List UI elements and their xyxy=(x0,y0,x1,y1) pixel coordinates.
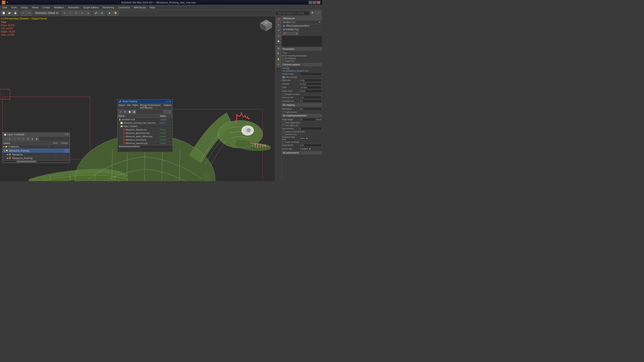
texture-chan-input[interactable] xyxy=(299,72,322,75)
at-scrollbar-thumb[interactable] xyxy=(119,146,140,147)
link-button[interactable]: 🔗 xyxy=(93,10,99,15)
scale-tool-button[interactable]: ⇲ xyxy=(276,33,281,38)
menu-help[interactable]: Help xyxy=(148,6,157,9)
lp-add-selected-btn[interactable]: +* xyxy=(17,137,21,141)
menu-views[interactable]: Views xyxy=(30,6,40,9)
menu-maxscript[interactable]: MAXScript xyxy=(132,6,148,9)
vector-disp-select[interactable]: Disabled xyxy=(299,147,312,150)
at-window-controls[interactable]: ─ □ ✕ xyxy=(166,100,171,103)
classic-catmull-row[interactable]: Classic Catmull-Clark xyxy=(282,130,322,133)
select-button[interactable]: ↖ xyxy=(62,10,67,15)
layer-scrollbar[interactable] xyxy=(4,161,69,162)
layer-panel-help[interactable]: ? xyxy=(65,133,66,136)
at-scrollbar[interactable] xyxy=(118,146,172,147)
pan-button[interactable]: ✋ xyxy=(276,57,281,61)
layer-row-allosaurus[interactable]: ▶ 📦 Allosaurus --- --- xyxy=(2,153,70,157)
open-button[interactable]: 📂 xyxy=(7,10,12,15)
orbit-button[interactable]: ⟳ xyxy=(276,62,281,67)
at-minimize[interactable]: ─ xyxy=(166,100,167,103)
mod-move-icon[interactable]: ↑ xyxy=(287,32,290,35)
menu-rendering[interactable]: Rendering xyxy=(101,6,116,9)
help-button[interactable]: ? xyxy=(316,10,321,15)
type-subdiv-option[interactable]: Subdivision xyxy=(282,60,322,62)
at-path-input[interactable] xyxy=(118,148,172,152)
smooth-uvs-row[interactable]: Smooth UVs xyxy=(282,133,322,136)
zoom-button[interactable]: 🔍 xyxy=(276,51,281,56)
view-dependent-row[interactable]: View-dependent xyxy=(282,121,322,124)
layer-panel-close[interactable]: ✕ xyxy=(66,133,68,136)
redo-button[interactable]: ↪ xyxy=(26,10,32,15)
at-menu-server[interactable]: Server xyxy=(118,104,125,109)
shift-input[interactable] xyxy=(299,86,322,89)
at-row-diffuse[interactable]: 🖼 allosaurus_green_diffuse.png Found xyxy=(118,135,172,138)
at-menu-bitmap[interactable]: Bitmap Performance and Memory xyxy=(140,104,162,109)
pin-button[interactable]: 📌 xyxy=(276,17,281,22)
at-row-gloss[interactable]: 🖼 allosaurus_glossiness.png Found xyxy=(118,131,172,135)
rotate-tool-button[interactable]: ↺ xyxy=(276,28,281,33)
undo-button[interactable]: ↩ xyxy=(20,10,26,15)
preserve-map-bnd-select[interactable]: None xyxy=(299,137,309,140)
lp-render-btn[interactable]: ▶ xyxy=(35,137,39,141)
lp-freeze-btn[interactable]: ❄ xyxy=(30,137,34,141)
tight-bounds-checkbox[interactable] xyxy=(282,111,285,113)
type-3d-option[interactable]: 3D mapping xyxy=(282,57,322,60)
lp-showhide-btn[interactable]: 👁 xyxy=(26,137,30,141)
menu-group[interactable]: Group xyxy=(19,6,30,9)
menu-create[interactable]: Create xyxy=(41,6,52,9)
filter-texmap-checkbox[interactable] xyxy=(282,76,285,78)
modifier-vray[interactable]: VRayDisplacementMod xyxy=(282,24,322,28)
mod-pin-icon[interactable]: 📌 xyxy=(282,32,286,35)
texmap-value[interactable]: ice (allosaurus_displace.exr) xyxy=(282,69,322,72)
window-controls[interactable]: ─ □ ✕ xyxy=(308,1,320,4)
lp-move-btn[interactable]: ↑ xyxy=(4,137,8,141)
modifier-dropdown-arrow[interactable]: ▼ xyxy=(318,21,321,23)
menu-customize[interactable]: Customize xyxy=(116,6,132,9)
at-list-btn[interactable]: ☰ xyxy=(123,110,127,114)
menu-edit[interactable]: Edit xyxy=(1,6,9,9)
search-input[interactable] xyxy=(276,11,310,15)
snap-button[interactable]: 🔲 xyxy=(276,39,281,44)
new-button[interactable]: 📄 xyxy=(1,10,6,15)
max-subdivs-input[interactable] xyxy=(299,127,322,130)
mod-delete-icon[interactable]: ✕ xyxy=(295,32,298,35)
minimize-button[interactable]: ─ xyxy=(308,1,312,4)
layer-scrollbar-thumb[interactable] xyxy=(17,161,36,162)
texmap-min-input[interactable] xyxy=(299,96,322,99)
save-button[interactable]: 💾 xyxy=(13,10,18,15)
modifier-editable-poly[interactable]: Editable Poly xyxy=(282,28,322,31)
select-region-button[interactable]: □ xyxy=(68,10,73,15)
menu-modifiers[interactable]: Modifiers xyxy=(52,6,66,9)
rotate-button[interactable]: ↺ xyxy=(80,10,85,15)
keep-continuity-checkbox[interactable] xyxy=(282,141,285,143)
at-row-max-file[interactable]: 📄 Allosaurus_Running_max_vray.max Netwo.… xyxy=(118,121,172,125)
layer-row-allosaurus-running-sub[interactable]: ▶ 📦 Allosaurus_Running --- --- xyxy=(2,157,70,160)
menu-animation[interactable]: Animation xyxy=(66,6,81,9)
filter-texmap-row[interactable]: Filter texmap xyxy=(282,76,322,78)
at-menu-options[interactable]: Options xyxy=(164,104,172,109)
relative-to-bbox-row[interactable]: Relative to bbox xyxy=(282,93,322,96)
close-button[interactable]: ✕ xyxy=(317,1,320,4)
layer-panel-window-controls[interactable]: ? ✕ xyxy=(65,133,68,136)
nav-cube[interactable]: TOP xyxy=(259,18,273,32)
filter-blur-input[interactable] xyxy=(299,79,322,82)
at-active-btn[interactable]: ▦ xyxy=(132,110,136,114)
smooth-uvs-checkbox[interactable] xyxy=(282,133,285,136)
lp-delete-btn[interactable]: ✕ xyxy=(8,137,12,141)
workspace-dropdown[interactable]: Workspace: Default ▼ xyxy=(34,11,59,15)
maximize-button[interactable]: □ xyxy=(313,1,316,4)
water-level-input[interactable] xyxy=(299,89,322,93)
material-editor-button[interactable]: 🎨 xyxy=(113,10,118,15)
classic-catmull-checkbox[interactable] xyxy=(282,131,285,133)
at-help-btn[interactable]: ? xyxy=(163,110,167,114)
at-row-displace[interactable]: 🖼 allosaurus_displace.exr Found xyxy=(118,128,172,131)
at-refresh-btn[interactable]: ↺ xyxy=(118,110,122,114)
use-object-mtl-row[interactable]: Use object mtl xyxy=(282,124,322,127)
lp-select-btn[interactable]: ↖ xyxy=(22,137,26,141)
layer-row-default[interactable]: ▶ 📁 0 (default) ✓ --- --- xyxy=(2,145,70,149)
at-menu-file[interactable]: File xyxy=(127,104,130,109)
render-button[interactable]: ▶ xyxy=(107,10,112,15)
layer-row-allosaurus-running[interactable]: ▼ 📁 Allosaurus_Running --- xyxy=(2,149,70,153)
texmap-max-input[interactable] xyxy=(299,99,322,103)
use-object-mtl-checkbox[interactable] xyxy=(282,124,285,126)
mod-down-icon[interactable]: ↓ xyxy=(291,32,294,35)
